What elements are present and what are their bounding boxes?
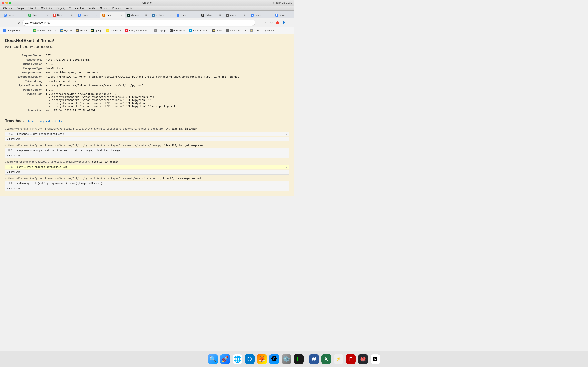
line-number: 85.	[5, 181, 15, 186]
share-icon[interactable]: ↑	[263, 20, 268, 25]
bookmark-nltk[interactable]: 📁 NLTK	[211, 29, 224, 33]
more-icon[interactable]: ⋮	[287, 20, 292, 25]
code-block: 55. response = get_response(request)…	[5, 132, 289, 136]
debug-value: /Library/Frameworks/Python.framework/Ver…	[46, 83, 289, 87]
bookmark-more[interactable]: »	[243, 29, 248, 33]
tab-label: Perf...	[8, 14, 14, 16]
bookmark-label: Ndeep	[80, 29, 87, 32]
bookmark-favicon: E	[170, 29, 173, 32]
bookmark-label: Machine Learning	[37, 29, 56, 32]
menu-yer-isaretleri[interactable]: Yer İşaretleri	[67, 6, 86, 10]
local-vars-label: Local vars	[9, 138, 20, 141]
local-vars-toggle[interactable]: ▶ Local vars	[5, 170, 289, 175]
tab-close-icon[interactable]: ✕	[293, 13, 294, 17]
tab-close-icon[interactable]: ✕	[144, 13, 148, 17]
tab-sele[interactable]: S Sele... ✕	[76, 12, 100, 18]
bookmark-favicon: G	[3, 29, 6, 32]
tab-favicon: B	[53, 14, 56, 17]
debug-table: Request Method:GETRequest URL:http://127…	[5, 53, 289, 113]
tab-close-icon[interactable]: ✕	[218, 13, 222, 17]
tab-github[interactable]: G Githu... ✕	[199, 12, 224, 18]
bookmark-ndeep[interactable]: 📁 Ndeep	[74, 29, 88, 33]
tab-close-icon[interactable]: ✕	[70, 13, 73, 17]
debug-value: http://127.0.0.1:8000/firma/	[46, 58, 289, 62]
traceback-header: Traceback Switch to copy-and-paste view	[5, 119, 289, 123]
menu-chrome[interactable]: Chrome	[2, 6, 14, 10]
code-block: 85. return getattr(self.get_queryset(), …	[5, 181, 289, 186]
local-vars-label: Local vars	[9, 154, 20, 157]
debug-label: Django Version:	[5, 62, 46, 66]
tab-close-icon[interactable]: ✕	[243, 13, 246, 17]
code-ellipsis: …	[284, 132, 289, 136]
browser-chrome: P Perf... ✕ C Cre... ✕ B Bas... ✕ S Sele…	[0, 11, 294, 34]
bookmark-alternator[interactable]: A Alternator	[225, 29, 242, 33]
local-vars-toggle[interactable]: ▶ Local vars	[5, 137, 289, 142]
code-block: 197. response = wrapped_callback(request…	[5, 148, 289, 153]
extension-icon[interactable]: 🔴	[275, 20, 280, 25]
menu-goruntule[interactable]: Görüntüle	[39, 6, 54, 10]
minimize-button[interactable]	[5, 2, 8, 4]
menu-dosya[interactable]: Dosya	[15, 6, 26, 10]
tab-does[interactable]: D Does... ✕	[100, 12, 125, 18]
tab-close-icon[interactable]: ✕	[268, 13, 271, 17]
back-button[interactable]: ←	[2, 20, 7, 26]
tab-favicon: h	[251, 14, 254, 17]
debug-label: Python Executable:	[5, 83, 46, 87]
traceback-switch-link[interactable]: Switch to copy-and-paste view	[27, 120, 63, 123]
tab-close-icon[interactable]: ✕	[95, 13, 98, 17]
tab-chro[interactable]: c chro... ✕	[174, 12, 199, 18]
menu-gecmis[interactable]: Geçmiş	[55, 6, 67, 10]
bookmark-other[interactable]: 📁 Diğer Yer İşaretleri	[248, 29, 276, 33]
menu-yardim[interactable]: Yardım	[124, 6, 136, 10]
bookmark-python[interactable]: 📁 Python	[59, 29, 73, 33]
local-vars-toggle[interactable]: ▶ Local vars	[5, 186, 289, 191]
tab-close-icon[interactable]: ✕	[169, 13, 172, 17]
tab-perf[interactable]: P Perf... ✕	[2, 12, 26, 18]
tab-django[interactable]: d djang... ✕	[125, 12, 150, 18]
code-line: 85. return getattr(self.get_queryset(), …	[5, 181, 289, 186]
debug-label: Raised during:	[5, 79, 46, 83]
tab-label: eseb...	[230, 14, 237, 16]
tab-bas[interactable]: B Bas... ✕	[51, 12, 76, 18]
reload-button[interactable]: ↻	[16, 20, 21, 26]
bookmark-earsiv[interactable]: E E-Arşiv Portal Giri...	[123, 29, 152, 33]
bookmark-django[interactable]: 📁 Django	[89, 29, 104, 33]
bookmark-favicon: A	[226, 29, 229, 32]
tab-how2[interactable]: h how... ✕	[273, 12, 294, 18]
tab-python[interactable]: p pytho... ✕	[150, 12, 174, 18]
bookmark-ml[interactable]: 📁 Machine Learning	[32, 29, 58, 33]
address-bar[interactable]: 127.0.0.1:8000/firma/	[22, 20, 255, 26]
bookmark-aff[interactable]: a aff.php	[153, 29, 167, 33]
url-text: 127.0.0.1:8000/firma/	[25, 21, 50, 24]
tab-eseb[interactable]: e eseb... ✕	[224, 12, 249, 18]
tab-cre[interactable]: C Cre... ✕	[26, 12, 51, 18]
bookmark-label: Django	[95, 29, 102, 32]
tab-close-icon[interactable]: ✕	[120, 13, 123, 17]
bookmark-hp[interactable]: H HP Kaynakları	[187, 29, 210, 33]
tab-close-icon[interactable]: ✕	[45, 13, 49, 17]
bookmark-icon[interactable]: ☆	[269, 20, 274, 25]
maximize-button[interactable]	[9, 2, 11, 4]
bookmark-google[interactable]: G Google Search Co...	[2, 29, 31, 33]
expand-icon: ▶	[7, 155, 8, 157]
bookmark-endustri[interactable]: E Endustri.io	[168, 29, 187, 33]
bookmark-favicon: 📁	[33, 29, 36, 32]
forward-button[interactable]: →	[9, 20, 14, 26]
menu-sekme[interactable]: Sekme	[99, 6, 110, 10]
profile-icon[interactable]: 👤	[281, 20, 286, 25]
debug-label: Exception Type:	[5, 66, 46, 70]
tab-close-icon[interactable]: ✕	[194, 13, 197, 17]
translate-icon[interactable]: ⊞	[256, 20, 262, 25]
bookmark-javascript[interactable]: 📁 Javascript	[105, 29, 123, 33]
tab-how1[interactable]: h how... ✕	[249, 12, 273, 18]
menu-profiller[interactable]: Profiller	[86, 6, 98, 10]
traceback-file-path: /Library/Frameworks/Python.framework/Ver…	[5, 126, 289, 131]
code-line: 19. post = Post.objects.get(slug=slug)…	[5, 165, 289, 169]
tab-close-icon[interactable]: ✕	[21, 13, 24, 17]
tab-favicon: D	[103, 14, 105, 17]
traceback-title: Traceback	[5, 119, 25, 123]
menu-pencere[interactable]: Pencere	[111, 6, 123, 10]
menu-duzenle[interactable]: Düzenle	[26, 6, 39, 10]
close-button[interactable]	[2, 2, 4, 4]
local-vars-toggle[interactable]: ▶ Local vars	[5, 153, 289, 158]
